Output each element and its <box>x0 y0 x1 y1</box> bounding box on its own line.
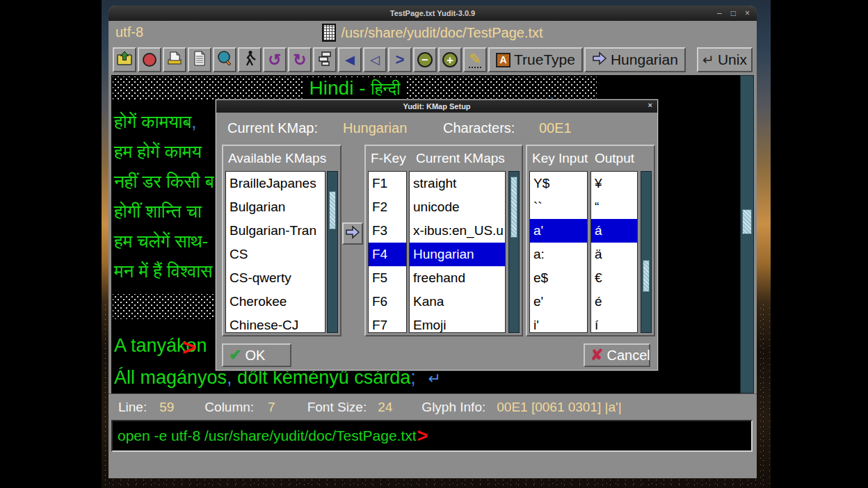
list-item[interactable]: F7 <box>369 314 406 333</box>
list-item[interactable]: Bulgarian <box>226 195 325 219</box>
list-item[interactable]: é <box>591 290 637 314</box>
path-bar: utf-8 /usr/share/yudit/doc/TestPage.txt <box>108 21 757 44</box>
list-item[interactable]: F3 <box>369 219 406 243</box>
first-button[interactable]: ◀ <box>338 47 362 72</box>
list-item[interactable]: ä <box>591 243 637 266</box>
current-kmaps-column[interactable]: straight unicode x-ibus:en_US.u Hungaria… <box>409 171 506 333</box>
ok-button[interactable]: ✔ OK <box>222 343 291 367</box>
list-item[interactable]: € <box>591 266 637 290</box>
document-button[interactable] <box>188 47 211 72</box>
freehand-button[interactable]: ✎ <box>463 47 487 72</box>
characters-value: 00E1 <box>539 120 572 136</box>
list-item[interactable]: CS <box>226 243 325 266</box>
list-item[interactable]: “ <box>591 195 637 219</box>
charmap-icon[interactable] <box>322 24 336 42</box>
list-item[interactable]: e' <box>530 290 587 314</box>
command-line[interactable]: open -e utf-8 /usr/share/yudit/doc/TestP… <box>111 420 753 452</box>
ok-label: OK <box>245 348 265 364</box>
list-item[interactable]: Chinese-CJ <box>226 314 325 333</box>
list-item[interactable]: Y$ <box>530 172 587 195</box>
list-item[interactable]: straight <box>410 172 505 195</box>
list-item[interactable]: a: <box>530 243 587 266</box>
list-item[interactable]: Bulgarian-Tran <box>226 219 325 243</box>
dialog-close-button[interactable]: × <box>648 101 652 109</box>
list-item[interactable]: unicode <box>410 195 505 219</box>
toolbar: ↺ ↻ ◀ ◁ > − + ✎ A TrueType Hungarian ↵ U… <box>108 44 757 75</box>
output-column[interactable]: ¥ “ á ä € é í <box>590 171 638 333</box>
record-button[interactable] <box>138 47 161 72</box>
font-button[interactable]: A TrueType <box>488 47 583 72</box>
kmap-setup-dialog: Yudit: KMap Setup × Current KMap: Hungar… <box>216 99 658 371</box>
list-item[interactable]: í <box>591 314 637 333</box>
list-item[interactable]: BrailleJapanes <box>226 172 325 195</box>
minimize-button[interactable]: – <box>717 8 722 18</box>
walking-person-icon <box>242 50 257 70</box>
redo-button[interactable]: ↻ <box>288 47 312 72</box>
arrange-windows-icon <box>316 50 333 70</box>
window-title: TestPage.txt Yudit-3.0.9 <box>390 9 475 17</box>
list-item-selected[interactable]: F4 <box>369 243 406 266</box>
assign-kmap-button[interactable] <box>342 222 363 245</box>
undo-button[interactable]: ↺ <box>263 47 287 72</box>
list-item[interactable]: ¥ <box>591 172 637 195</box>
list-item[interactable]: Emoji <box>410 314 505 333</box>
dialog-title: Yudit: KMap Setup <box>403 102 470 111</box>
editor-scrollbar-thumb[interactable] <box>742 209 752 234</box>
list-item[interactable]: F2 <box>369 195 406 219</box>
previous-button[interactable]: ◁ <box>363 47 387 72</box>
list-item[interactable]: F5 <box>369 266 406 290</box>
column-value: 7 <box>268 400 275 415</box>
arrange-windows-button[interactable] <box>313 47 337 72</box>
glyph-info-value: 00E1 [0061 0301] |a'| <box>497 400 621 415</box>
list-item-selected[interactable]: a' <box>530 219 587 243</box>
list-item[interactable]: `` <box>530 195 587 219</box>
available-kmaps-scrollbar[interactable] <box>327 171 338 333</box>
current-kmap-value: Hungarian <box>343 120 407 136</box>
open-button[interactable] <box>113 47 136 72</box>
dialog-titlebar[interactable]: Yudit: KMap Setup × <box>216 100 657 113</box>
close-button[interactable]: × <box>745 8 750 18</box>
print-icon <box>166 50 183 70</box>
fkey-column[interactable]: F1 F2 F3 F4 F5 F6 F7 <box>368 171 407 333</box>
text-line: मन में हैं विश्वास <box>114 261 212 282</box>
decorative-dotted-band: Hindi - हिन्दी <box>113 76 597 100</box>
zoom-out-button[interactable]: − <box>413 47 437 72</box>
command-text: open -e utf-8 /usr/share/yudit/doc/TestP… <box>118 428 417 444</box>
list-item[interactable]: freehand <box>410 266 505 290</box>
list-item-selected[interactable]: Hungarian <box>410 243 505 266</box>
print-button[interactable] <box>163 47 186 72</box>
list-item[interactable]: Cherokee <box>226 290 325 314</box>
key-output-scrollbar[interactable] <box>641 171 652 333</box>
available-kmaps-list[interactable]: BrailleJapanes Bulgarian Bulgarian-Tran … <box>225 171 326 333</box>
text-cursor: > <box>182 335 196 359</box>
column-label: Column: <box>204 400 254 415</box>
line-ending-button[interactable]: ↵ Unix <box>697 47 753 72</box>
list-item[interactable]: F6 <box>369 290 406 314</box>
current-kmaps-header: Current KMaps <box>416 151 505 166</box>
scrollbar-thumb[interactable] <box>643 260 650 292</box>
test-run-button[interactable] <box>238 47 262 72</box>
scrollbar-thumb[interactable] <box>329 191 336 229</box>
list-item[interactable]: Kana <box>410 290 505 314</box>
font-size-label: Font Size: <box>307 400 367 415</box>
list-item[interactable]: e$ <box>530 266 587 290</box>
search-button[interactable] <box>213 47 236 72</box>
key-input-column[interactable]: Y$ `` a' a: e$ e' i' <box>529 171 588 333</box>
kmap-label: Hungarian <box>611 51 678 68</box>
plus-circle-icon: + <box>442 52 458 67</box>
maximize-button[interactable]: □ <box>731 8 736 18</box>
list-item[interactable]: CS-qwerty <box>226 266 325 290</box>
cancel-button[interactable]: ✘ Cancel <box>584 343 650 367</box>
triangle-left-outline-icon: ◁ <box>370 54 380 66</box>
list-item[interactable]: F1 <box>369 172 406 195</box>
list-item[interactable]: i' <box>530 314 587 333</box>
list-item-selected[interactable]: á <box>591 219 637 243</box>
next-button[interactable]: > <box>388 47 412 72</box>
editor-scrollbar[interactable] <box>740 75 754 393</box>
fkey-kmaps-scrollbar[interactable] <box>508 171 520 333</box>
kmap-button[interactable]: Hungarian <box>584 47 686 72</box>
list-item[interactable]: x-ibus:en_US.u <box>410 219 505 243</box>
scrollbar-thumb[interactable] <box>511 177 517 238</box>
zoom-in-button[interactable]: + <box>438 47 462 72</box>
window-titlebar[interactable]: TestPage.txt Yudit-3.0.9 – □ × <box>108 6 757 21</box>
